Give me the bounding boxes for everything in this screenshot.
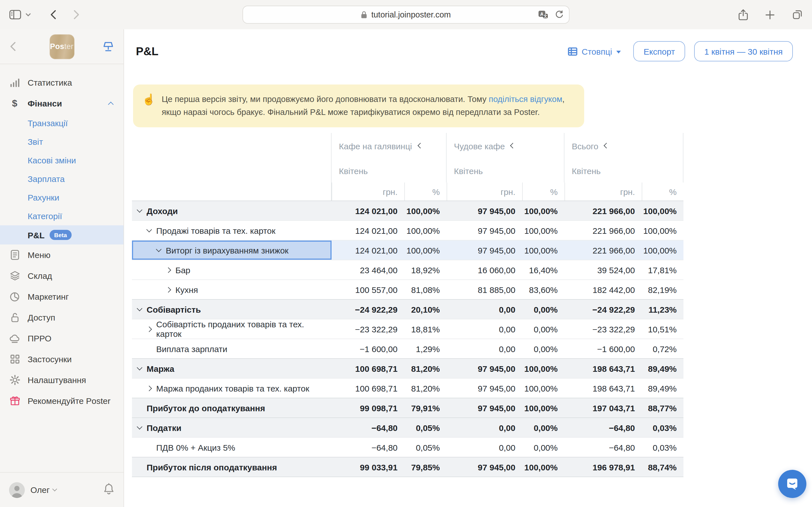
percent-value-cell: 79,91% — [404, 398, 447, 417]
chevron-right-icon[interactable] — [165, 267, 171, 273]
sidebar-item-warehouse[interactable]: Склад — [0, 265, 123, 286]
sidebar-item-prro[interactable]: ПРРО — [0, 328, 123, 349]
pos-terminal-icon[interactable] — [102, 41, 114, 55]
percent-value-cell: 100,00% — [642, 240, 683, 260]
row-label-cell[interactable]: Бар — [132, 260, 332, 279]
table-row[interactable]: Собівартість−24 922,2920,10%0,000,00%−24… — [132, 299, 683, 319]
money-value-cell: 97 945,00 — [447, 240, 522, 260]
address-bar[interactable]: tutorial.joinposter.com A 文 — [243, 6, 569, 24]
table-row[interactable]: Маржа проданих товарів та тех. карток100… — [132, 378, 683, 398]
money-value-cell: 198 643,71 — [564, 379, 642, 398]
back-button[interactable] — [50, 10, 56, 20]
sidebar-item-pl-active[interactable]: P&L Beta — [0, 225, 123, 244]
chevron-down-icon[interactable] — [137, 364, 142, 370]
poster-logo[interactable]: Poster — [49, 34, 74, 59]
sidebar-item-settings[interactable]: Налаштування — [0, 370, 123, 390]
percent-value-cell: 100,00% — [404, 221, 447, 240]
date-range-button[interactable]: 1 квітня — 30 квітня — [694, 41, 793, 61]
percent-value-cell: 89,49% — [642, 379, 683, 398]
row-label-cell[interactable]: Податки — [132, 418, 332, 437]
row-label-cell[interactable]: Кухня — [132, 280, 332, 299]
table-row[interactable]: Маржа100 698,7181,20%97 945,00100,00%198… — [132, 358, 683, 378]
chevron-down-icon[interactable] — [137, 424, 142, 429]
row-label-cell[interactable]: Собівартість проданих товарів та тех. ка… — [132, 320, 332, 339]
row-label-cell[interactable]: Маржа проданих товарів та тех. карток — [132, 379, 332, 398]
sidebar-item-access[interactable]: Доступ — [0, 307, 123, 328]
column-group-header[interactable]: Кафе на галявинці — [332, 133, 447, 159]
column-group-header[interactable]: Чудове кафе — [447, 133, 564, 159]
translate-icon[interactable]: A 文 — [538, 10, 548, 19]
row-label-cell[interactable]: Собівартість — [132, 300, 332, 319]
table-row[interactable]: Виплата зарплати−1 600,001,29%0,000,00%−… — [132, 339, 683, 358]
sidebar-item-marketing[interactable]: Маркетинг — [0, 286, 123, 307]
row-label-cell[interactable]: Доходи — [132, 201, 332, 220]
sidebar-item-recommend[interactable]: Рекомендуйте Poster — [0, 390, 123, 411]
chevron-down-icon[interactable] — [26, 13, 31, 17]
row-label: Продажі товарів та тех. карток — [156, 226, 275, 235]
lock-open-icon — [9, 312, 20, 323]
sidebar-item-accounts[interactable]: Рахунки — [0, 188, 123, 207]
period-cell: Квітень — [564, 159, 683, 182]
table-row[interactable]: Виторг із вирахуванням знижок124 021,001… — [132, 240, 683, 260]
share-icon[interactable] — [738, 9, 748, 20]
sidebar-item-cash-shifts[interactable]: Касові зміни — [0, 151, 123, 170]
unit-money-header: грн. — [332, 182, 404, 201]
new-tab-icon[interactable] — [765, 10, 775, 19]
sidebar-item-statistics[interactable]: Статистика — [0, 72, 123, 93]
money-value-cell: 221 966,00 — [564, 240, 642, 260]
feedback-link[interactable]: поділіться відгуком — [489, 95, 562, 104]
percent-value-cell: 100,00% — [522, 457, 564, 476]
collapse-sidebar-icon[interactable] — [10, 42, 16, 54]
chevron-right-icon[interactable] — [146, 326, 152, 332]
table-row[interactable]: Бар23 464,0018,92%16 060,0016,40%39 524,… — [132, 260, 683, 279]
table-row[interactable]: ПДВ 0% + Акциз 5%−64,800,05%0,000,00%−64… — [132, 437, 683, 457]
chevron-down-icon[interactable] — [156, 246, 161, 252]
chevron-down-icon[interactable] — [137, 305, 142, 311]
chevron-down-icon[interactable] — [137, 207, 142, 212]
column-group-label: Всього — [572, 141, 598, 151]
chevron-down-icon[interactable] — [146, 226, 152, 232]
tabs-overview-icon[interactable] — [792, 9, 803, 20]
chevron-up-icon[interactable] — [108, 102, 114, 107]
chevron-right-icon[interactable] — [146, 385, 152, 391]
notifications-bell-icon[interactable] — [103, 483, 114, 497]
money-value-cell: 124 021,00 — [332, 221, 404, 240]
column-group-header[interactable]: Всього — [564, 133, 683, 159]
main-content: P&L Стовпці Експорт 1 квітня — 30 квіт — [124, 29, 812, 507]
table-row[interactable]: Доходи124 021,00100,00%97 945,00100,00%2… — [132, 201, 683, 220]
row-label-cell[interactable]: Маржа — [132, 359, 332, 378]
table-row[interactable]: Продажі товарів та тех. карток124 021,00… — [132, 220, 683, 240]
money-value-cell: 124 021,00 — [332, 240, 404, 260]
sidebar-toggle-icon[interactable] — [9, 9, 21, 20]
sidebar-item-categories[interactable]: Категорії — [0, 207, 123, 225]
sidebar-item-menu[interactable]: Меню — [0, 244, 123, 265]
percent-value-cell: 79,85% — [404, 457, 447, 476]
avatar[interactable] — [9, 482, 25, 498]
table-row[interactable]: Кухня100 557,0081,08%81 885,0083,60%182 … — [132, 279, 683, 299]
sidebar-item-transactions[interactable]: Транзакції — [0, 114, 123, 132]
sidebar-item-finance[interactable]: $ Фінанси — [0, 93, 123, 114]
table-row[interactable]: Прибуток до оподаткування99 098,7179,91%… — [132, 398, 683, 417]
percent-value-cell: 100,00% — [522, 379, 564, 398]
export-button[interactable]: Експорт — [633, 41, 685, 61]
user-menu[interactable]: Олег — [31, 485, 56, 495]
row-label-cell[interactable]: Продажі товарів та тех. карток — [132, 221, 332, 240]
forward-button[interactable] — [73, 10, 80, 20]
percent-value-cell: 82,19% — [642, 280, 683, 299]
chevron-left-icon[interactable] — [604, 143, 609, 149]
sidebar-item-salary[interactable]: Зарплата — [0, 170, 123, 188]
table-row[interactable]: Податки−64,800,05%0,000,00%−64,800,03% — [132, 417, 683, 437]
chevron-left-icon[interactable] — [510, 143, 516, 149]
sidebar-item-report[interactable]: Звіт — [0, 132, 123, 151]
sidebar-item-label: Фінанси — [28, 99, 62, 108]
percent-value-cell: 89,49% — [642, 359, 683, 378]
sidebar-item-apps[interactable]: Застосунки — [0, 349, 123, 370]
table-row[interactable]: Прибуток після оподаткування99 033,9179,… — [132, 457, 683, 476]
columns-control[interactable]: Стовпці — [567, 47, 621, 56]
chevron-left-icon[interactable] — [417, 143, 423, 149]
reload-icon[interactable] — [555, 10, 563, 19]
row-label-cell[interactable]: Виторг із вирахуванням знижок — [132, 240, 332, 260]
table-row[interactable]: Собівартість проданих товарів та тех. ка… — [132, 319, 683, 339]
chevron-right-icon[interactable] — [165, 287, 171, 292]
chat-widget-button[interactable] — [778, 470, 806, 498]
